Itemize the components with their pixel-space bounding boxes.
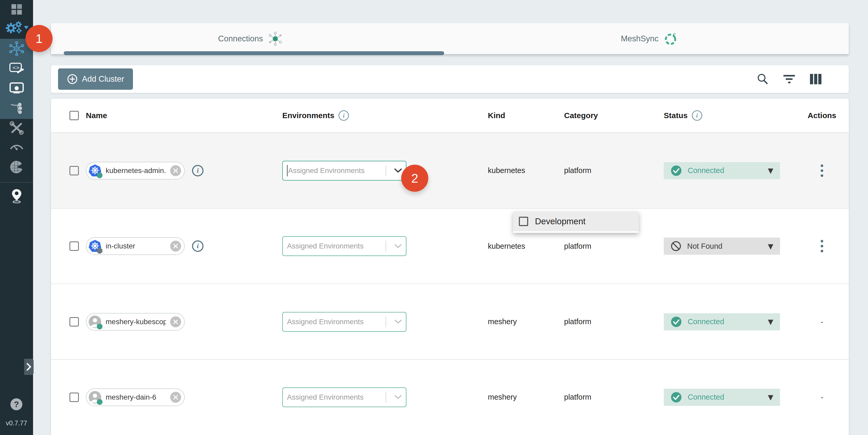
status-select[interactable]: Connected ▼	[664, 162, 780, 179]
environment-option-label[interactable]: Development	[535, 216, 585, 226]
configuration-icon[interactable]: <>	[6, 60, 27, 77]
table-toolbar: Add Cluster	[51, 65, 849, 93]
remove-connection-icon[interactable]	[170, 241, 181, 252]
kubernetes-icon	[89, 164, 101, 177]
column-header-environments[interactable]: Environments i	[282, 110, 488, 121]
sidebar-expand-button[interactable]	[24, 359, 34, 375]
row-checkbox[interactable]	[69, 166, 79, 175]
column-header-status[interactable]: Status i	[664, 110, 795, 121]
table-row: kubernetes-admin... i Assigned Environme…	[51, 133, 849, 208]
chevron-right-icon	[26, 363, 32, 371]
row-checkbox[interactable]	[69, 393, 79, 402]
performance-presenter-icon[interactable]	[6, 80, 27, 97]
metrics-gauge-icon[interactable]	[6, 137, 27, 154]
sidebar-divider	[0, 182, 33, 183]
chevron-down-icon[interactable]	[390, 244, 406, 248]
connection-chip[interactable]: meshery-kubescop...	[86, 313, 185, 331]
connection-info-icon[interactable]: i	[192, 240, 204, 252]
help-button[interactable]: ?	[10, 398, 22, 410]
tab-connections-label: Connections	[218, 34, 263, 43]
select-all-checkbox[interactable]	[69, 111, 79, 120]
status-select[interactable]: Not Found ▼	[664, 238, 780, 255]
get-started-pin-icon[interactable]	[6, 188, 27, 204]
kind-value: kubernetes	[488, 242, 564, 251]
connection-name: kubernetes-admin...	[106, 166, 166, 175]
environments-select[interactable]: Assigned Environments	[282, 236, 406, 256]
row-checkbox[interactable]	[69, 317, 79, 327]
table-row: meshery-dain-6 Assigned Environments mes…	[51, 359, 849, 434]
connection-chip[interactable]: in-cluster	[86, 237, 185, 255]
plus-circle-icon	[67, 74, 78, 85]
caret-down-icon: ▼	[768, 242, 773, 250]
connection-chip[interactable]: meshery-dain-6	[86, 389, 185, 406]
category-value: platform	[564, 317, 664, 326]
meshsync-spinner-icon	[663, 31, 678, 46]
connection-chip[interactable]: kubernetes-admin...	[86, 162, 185, 180]
add-cluster-button[interactable]: Add Cluster	[58, 68, 133, 90]
environments-select[interactable]: Assigned Environments	[282, 312, 406, 332]
meshery-avatar-icon	[89, 391, 101, 404]
environments-select[interactable]: Assigned Environments	[282, 161, 406, 181]
status-select[interactable]: Connected ▼	[664, 313, 780, 331]
kubernetes-icon	[89, 240, 101, 253]
category-value: platform	[564, 166, 664, 175]
chevron-down-icon[interactable]	[390, 395, 406, 399]
dashboard-icon[interactable]	[6, 1, 27, 18]
column-header-category[interactable]: Category	[564, 111, 664, 120]
meshery-avatar-icon	[89, 315, 101, 328]
search-icon[interactable]	[755, 72, 770, 86]
kind-value: meshery	[488, 317, 564, 326]
remove-connection-icon[interactable]	[170, 316, 181, 327]
connections-tabbar: Connections MeshSync	[51, 23, 849, 54]
status-dot-green	[97, 173, 102, 178]
status-dot-green	[97, 324, 102, 330]
connections-table: Name Environments i Kind Category Status…	[51, 99, 849, 435]
annotation-badge-1: 1	[26, 25, 53, 52]
status-select[interactable]: Connected ▼	[664, 389, 780, 406]
environments-info-icon[interactable]: i	[339, 110, 349, 121]
row-checkbox[interactable]	[69, 242, 79, 251]
status-dot-gray	[97, 248, 102, 254]
annotation-badge-2: 2	[401, 165, 428, 192]
kind-value: kubernetes	[488, 166, 564, 175]
category-value: platform	[564, 242, 664, 251]
environment-option-checkbox[interactable]	[519, 217, 528, 226]
connections-mesh-icon	[268, 31, 283, 46]
view-columns-icon[interactable]	[809, 72, 823, 86]
active-tab-indicator	[64, 51, 444, 55]
version-label: v0.7.77	[0, 420, 33, 427]
toolkit-wrenches-icon[interactable]	[6, 119, 27, 136]
tab-connections[interactable]: Connections	[51, 23, 450, 54]
designs-flow-icon[interactable]	[6, 100, 27, 117]
svg-text:<>: <>	[12, 65, 20, 70]
extensions-mesh-pie-icon[interactable]	[6, 159, 27, 175]
category-value: platform	[564, 393, 664, 401]
check-circle-icon	[671, 316, 682, 328]
help-label: ?	[14, 400, 19, 409]
caret-down-icon: ▼	[768, 393, 773, 401]
filter-icon[interactable]	[782, 72, 796, 86]
column-header-kind[interactable]: Kind	[488, 111, 564, 120]
kind-value: meshery	[488, 393, 564, 401]
connection-name: meshery-kubescop...	[106, 318, 166, 326]
lifecycle-mesh-icon[interactable]	[6, 40, 27, 57]
no-actions-dash: -	[820, 317, 823, 326]
no-actions-dash: -	[820, 393, 823, 402]
remove-connection-icon[interactable]	[170, 392, 181, 403]
check-circle-icon	[671, 165, 682, 177]
text-cursor	[287, 165, 287, 177]
caret-down-icon: ▼	[768, 166, 773, 175]
connection-info-icon[interactable]: i	[192, 165, 204, 177]
status-info-icon[interactable]: i	[692, 110, 702, 121]
row-actions-menu[interactable]	[816, 162, 828, 179]
chevron-down-icon[interactable]	[390, 319, 406, 324]
row-actions-menu[interactable]	[816, 238, 828, 254]
remove-connection-icon[interactable]	[170, 165, 181, 176]
tab-meshsync[interactable]: MeshSync	[450, 23, 849, 54]
add-cluster-label: Add Cluster	[82, 74, 124, 84]
table-row: in-cluster i Assigned Environments kuber…	[51, 208, 849, 284]
column-header-actions: Actions	[795, 111, 849, 120]
environments-select[interactable]: Assigned Environments	[282, 387, 406, 407]
column-header-name[interactable]: Name	[86, 111, 282, 120]
check-circle-icon	[671, 392, 682, 403]
